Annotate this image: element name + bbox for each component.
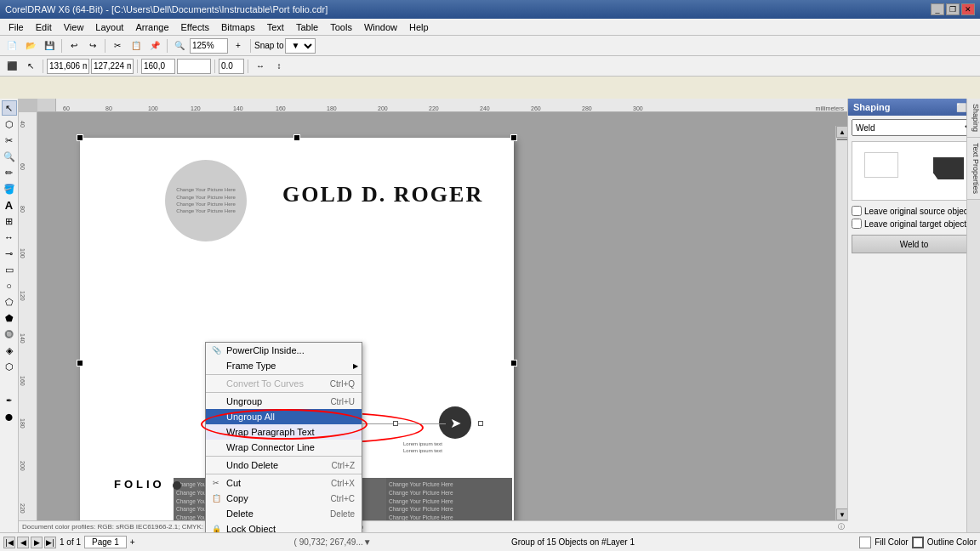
shaping-maximize-btn[interactable]: ⬜ xyxy=(956,103,966,112)
menu-edit[interactable]: Edit xyxy=(31,20,57,34)
angle-input[interactable] xyxy=(219,59,244,74)
canvas-v-scrollbar[interactable]: ▲ ▼ xyxy=(835,126,847,520)
ctx-wrap-connector[interactable]: Wrap Connector Line xyxy=(206,440,362,455)
page-first-btn[interactable]: |◀ xyxy=(3,537,15,548)
info-icon[interactable]: ⓘ xyxy=(838,522,845,531)
ctx-powerclip[interactable]: 📎 PowerClip Inside... xyxy=(206,343,362,358)
smartfill-tool[interactable]: 🪣 xyxy=(2,181,17,196)
ctx-frame-type[interactable]: Frame Type xyxy=(206,358,362,373)
flip-h-btn[interactable]: ↔ xyxy=(252,58,269,75)
property-toolbar: ⬛ ↖ ↔ ↕ xyxy=(0,56,980,77)
connector-tool[interactable]: ⊸ xyxy=(2,246,17,261)
ctx-ungroupall-label: Ungroup All xyxy=(226,412,275,422)
menu-view[interactable]: View xyxy=(59,20,89,34)
canvas-content[interactable]: Change Your Picture HereChange Your Pict… xyxy=(37,112,847,532)
ctx-ungroup-shortcut: Ctrl+U xyxy=(330,397,355,406)
canvas-area: 60 80 100 120 140 160 180 200 220 240 26… xyxy=(19,99,847,532)
x-coord-input[interactable] xyxy=(47,59,89,74)
page-navigation: |◀ ◀ ▶ ▶| xyxy=(3,537,56,548)
ctx-sep-4 xyxy=(206,474,362,474)
crop-tool[interactable]: ✂ xyxy=(2,133,17,148)
menu-arrange[interactable]: Arrange xyxy=(130,20,174,34)
page-last-btn[interactable]: ▶| xyxy=(44,537,56,548)
eyedrop-tool[interactable]: 🔘 xyxy=(2,327,17,342)
ctx-undodelete-shortcut: Ctrl+Z xyxy=(332,461,356,470)
select-all-btn[interactable]: ⬛ xyxy=(3,58,20,75)
zoom-in-btn[interactable]: + xyxy=(230,37,247,54)
menu-table[interactable]: Table xyxy=(291,20,323,34)
zoom-input[interactable]: 125% xyxy=(190,38,228,54)
ctx-ungroup[interactable]: Ungroup Ctrl+U xyxy=(206,394,362,409)
menu-help[interactable]: Help xyxy=(404,20,434,34)
ctx-cut-label: Cut xyxy=(226,478,241,488)
leave-source-checkbox[interactable] xyxy=(852,206,862,216)
dim-tool[interactable]: ↔ xyxy=(2,230,17,245)
text-tool[interactable]: A xyxy=(2,197,17,213)
toolbox: ↖ ⬡ ✂ 🔍 ✏ 🪣 A ⊞ ↔ ⊸ ▭ ○ ⬠ ⬟ 🔘 ◈ ⬡ ✒ ⬤ xyxy=(0,99,19,532)
cut-btn[interactable]: ✂ xyxy=(109,37,126,54)
shape-tool[interactable]: ⬡ xyxy=(2,116,17,132)
add-page-btn[interactable]: + xyxy=(130,537,135,547)
page-next-btn[interactable]: ▶ xyxy=(31,537,43,548)
v-scrollthumb[interactable] xyxy=(837,139,847,140)
outline-color-box[interactable] xyxy=(912,537,924,548)
redo-btn[interactable]: ↪ xyxy=(84,37,101,54)
page-prev-btn[interactable]: ◀ xyxy=(17,537,29,548)
menu-effects[interactable]: Effects xyxy=(176,20,214,34)
pick-tool-btn[interactable]: ↖ xyxy=(22,58,39,75)
ctx-copy[interactable]: 📋 Copy Ctrl+C xyxy=(206,491,362,506)
copy-btn[interactable]: 📋 xyxy=(128,37,145,54)
ctx-lock-object[interactable]: 🔒 Lock Object xyxy=(206,521,362,532)
new-btn[interactable]: 📄 xyxy=(3,37,20,54)
select-tool[interactable]: ↖ xyxy=(2,100,17,116)
arrow-button[interactable]: ➤ xyxy=(439,406,471,439)
menu-file[interactable]: File xyxy=(3,20,29,34)
menu-tools[interactable]: Tools xyxy=(325,20,357,34)
shaping-panel: Shaping ⬜ ✕ Weld Leave or xyxy=(848,99,980,532)
menu-bitmaps[interactable]: Bitmaps xyxy=(216,20,260,34)
menu-layout[interactable]: Layout xyxy=(90,20,128,34)
y-coord-input[interactable] xyxy=(91,59,134,74)
fill-color-box[interactable] xyxy=(859,537,871,548)
zoom-out-btn[interactable]: 🔍 xyxy=(171,37,188,54)
close-button[interactable]: ✕ xyxy=(961,3,975,15)
scroll-up-btn[interactable]: ▲ xyxy=(836,126,847,138)
save-btn[interactable]: 💾 xyxy=(41,37,58,54)
pencil-tool[interactable]: ✒ xyxy=(2,393,17,408)
folio-dot xyxy=(173,481,181,490)
scroll-down-btn[interactable]: ▼ xyxy=(836,508,847,520)
ctx-wrap-para[interactable]: Wrap Paragraph Text xyxy=(206,424,362,440)
open-btn[interactable]: 📂 xyxy=(22,37,39,54)
table-tool[interactable]: ⊞ xyxy=(2,213,17,229)
shaping-tab[interactable]: Shaping xyxy=(967,99,981,138)
menu-window[interactable]: Window xyxy=(359,20,402,34)
page-1-tab[interactable]: Page 1 xyxy=(84,536,127,548)
undo-btn[interactable]: ↩ xyxy=(66,37,83,54)
ctx-cut[interactable]: ✂ Cut Ctrl+X xyxy=(206,475,362,491)
paste-btn[interactable]: 📌 xyxy=(146,37,163,54)
width-input[interactable] xyxy=(141,59,175,74)
freehand-tool[interactable]: ✏ xyxy=(2,165,17,180)
sel-handle-tr xyxy=(510,134,517,141)
menu-text[interactable]: Text xyxy=(262,20,289,34)
snap-select[interactable]: ▼ xyxy=(285,38,316,54)
flip-v-btn[interactable]: ↕ xyxy=(271,58,288,75)
zoom-tool[interactable]: 🔍 xyxy=(2,149,17,164)
weld-to-button[interactable]: Weld to xyxy=(852,235,977,253)
text-properties-tab[interactable]: Text Properties xyxy=(967,138,981,200)
height-input[interactable] xyxy=(177,59,211,74)
coord-display: ( 90,732; 267,49...▼ xyxy=(294,537,372,547)
minimize-button[interactable]: _ xyxy=(931,3,944,15)
restore-button[interactable]: ❐ xyxy=(946,3,960,15)
leave-target-checkbox[interactable] xyxy=(852,219,862,229)
shaping-operation-select[interactable]: Weld xyxy=(852,119,977,136)
outline-tool[interactable]: ⬡ xyxy=(2,359,17,374)
commonshape-tool[interactable]: ⬟ xyxy=(2,310,17,326)
ellipse-tool[interactable]: ○ xyxy=(2,278,17,293)
ctx-delete[interactable]: Delete Delete xyxy=(206,506,362,521)
polygon-tool[interactable]: ⬠ xyxy=(2,294,17,310)
fill-tool[interactable]: ◈ xyxy=(2,343,17,358)
ctx-undo-delete[interactable]: Undo Delete Ctrl+Z xyxy=(206,457,362,473)
rectangle-tool[interactable]: ▭ xyxy=(2,262,17,277)
ctx-ungroup-all[interactable]: Ungroup All xyxy=(206,409,362,424)
